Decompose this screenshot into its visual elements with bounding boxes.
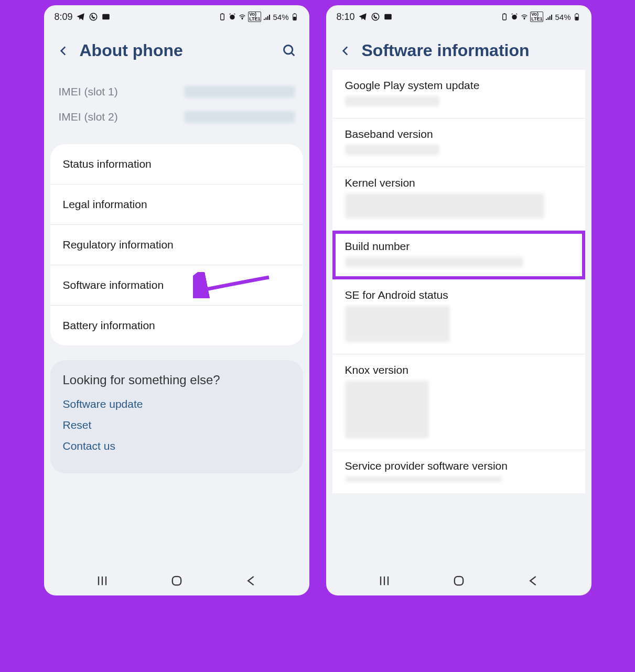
blurred-value: [345, 145, 439, 155]
telegram-icon: [358, 12, 368, 21]
page-title: About phone: [80, 41, 273, 60]
recents-button[interactable]: [377, 573, 392, 588]
blurred-value: [345, 257, 523, 267]
svg-rect-16: [575, 17, 578, 20]
item-software-information[interactable]: Software information: [50, 265, 303, 306]
svg-rect-7: [294, 13, 295, 14]
battery-icon: [573, 13, 581, 21]
blurred-value: [345, 96, 439, 106]
whatsapp-icon: [371, 12, 380, 21]
imei-slot-1[interactable]: IMEI (slot 1): [59, 79, 295, 104]
item-label: Kernel version: [345, 177, 573, 189]
page-title: Software information: [362, 41, 579, 60]
svg-rect-11: [384, 14, 392, 20]
home-button[interactable]: [451, 573, 466, 588]
svg-point-10: [372, 13, 379, 20]
svg-rect-12: [503, 14, 507, 20]
image-icon: [101, 12, 111, 21]
navigation-bar: [326, 566, 591, 595]
search-icon[interactable]: [282, 44, 297, 58]
item-label: Battery information: [63, 319, 155, 331]
blurred-value: [345, 381, 429, 438]
imei-slot-2[interactable]: IMEI (slot 2): [59, 104, 295, 129]
page-header: Software information: [326, 28, 591, 70]
info-card: Status information Legal information Reg…: [50, 144, 303, 345]
item-label: Google Play system update: [345, 79, 573, 92]
battery-saver-icon: [500, 13, 509, 21]
item-label: SE for Android status: [345, 289, 573, 301]
page-header: About phone: [44, 28, 309, 70]
imei-label: IMEI (slot 1): [59, 85, 118, 98]
volte-icon: Vo)LTE1: [530, 12, 543, 22]
status-bar: 8:10 Vo)LTE1 54%: [326, 5, 591, 28]
back-button[interactable]: [526, 573, 541, 588]
item-label: Software information: [63, 279, 164, 291]
svg-point-3: [230, 15, 234, 19]
item-build-number[interactable]: Build number: [332, 231, 585, 279]
battery-icon: [290, 13, 299, 21]
svg-rect-18: [454, 577, 462, 585]
signal-icon: [545, 13, 553, 21]
alarm-icon: [228, 13, 236, 21]
back-arrow-icon[interactable]: [57, 44, 70, 58]
blurred-value: [345, 193, 544, 219]
status-time: 8:10: [337, 12, 355, 23]
status-bar: 8:09 Vo)LTE1 54%: [44, 5, 309, 28]
battery-percent: 54%: [273, 13, 288, 21]
item-label: Knox version: [345, 364, 573, 376]
battery-percent: 54%: [555, 13, 571, 21]
item-knox-version[interactable]: Knox version: [332, 354, 585, 450]
item-label: Status information: [63, 158, 152, 170]
navigation-bar: [44, 566, 309, 595]
recents-button[interactable]: [95, 573, 110, 588]
svg-point-14: [524, 18, 524, 19]
svg-point-0: [90, 13, 97, 20]
svg-rect-9: [172, 577, 180, 585]
item-label: Service provider software version: [345, 460, 573, 472]
battery-saver-icon: [218, 13, 227, 21]
item-kernel-version[interactable]: Kernel version: [332, 167, 585, 231]
wifi-icon: [238, 13, 246, 21]
blurred-value: [185, 111, 295, 123]
item-se-android-status[interactable]: SE for Android status: [332, 279, 585, 354]
home-button[interactable]: [169, 573, 184, 588]
blurred-value: [185, 86, 295, 97]
blurred-value: [345, 306, 450, 342]
item-baseband-version[interactable]: Baseband version: [332, 118, 585, 167]
image-icon: [383, 12, 393, 21]
svg-rect-1: [102, 14, 110, 20]
blurred-value: [345, 476, 502, 482]
svg-rect-2: [221, 14, 224, 20]
footer-title: Looking for something else?: [63, 373, 290, 387]
link-contact-us[interactable]: Contact us: [63, 440, 290, 452]
signal-icon: [263, 13, 271, 21]
phone-screenshot-right: 8:10 Vo)LTE1 54% Software information Go…: [325, 4, 593, 597]
phone-screenshot-left: 8:09 Vo)LTE1 54% About phone IMEI (slot …: [43, 4, 310, 597]
looking-for-card: Looking for something else? Software upd…: [50, 360, 303, 473]
item-google-play-update[interactable]: Google Play system update: [332, 70, 585, 118]
back-button[interactable]: [244, 573, 259, 588]
back-arrow-icon[interactable]: [339, 44, 352, 58]
telegram-icon: [76, 12, 85, 21]
link-software-update[interactable]: Software update: [63, 398, 290, 410]
wifi-icon: [520, 13, 529, 21]
annotation-arrow-icon: [193, 272, 272, 298]
software-info-card: Google Play system update Baseband versi…: [332, 70, 585, 493]
item-label: Build number: [345, 240, 573, 253]
item-regulatory-information[interactable]: Regulatory information: [50, 225, 303, 265]
svg-point-4: [242, 18, 242, 19]
svg-point-13: [512, 15, 516, 19]
item-service-provider-version[interactable]: Service provider software version: [332, 450, 585, 493]
item-status-information[interactable]: Status information: [50, 144, 303, 185]
item-label: Legal information: [63, 198, 147, 210]
svg-point-8: [284, 45, 292, 53]
item-legal-information[interactable]: Legal information: [50, 185, 303, 225]
item-label: Baseband version: [345, 128, 573, 140]
item-battery-information[interactable]: Battery information: [50, 306, 303, 345]
status-time: 8:09: [55, 12, 73, 23]
link-reset[interactable]: Reset: [63, 419, 290, 431]
imei-label: IMEI (slot 2): [59, 111, 118, 123]
whatsapp-icon: [89, 12, 98, 21]
imei-section: IMEI (slot 1) IMEI (slot 2): [44, 70, 309, 139]
alarm-icon: [510, 13, 519, 21]
